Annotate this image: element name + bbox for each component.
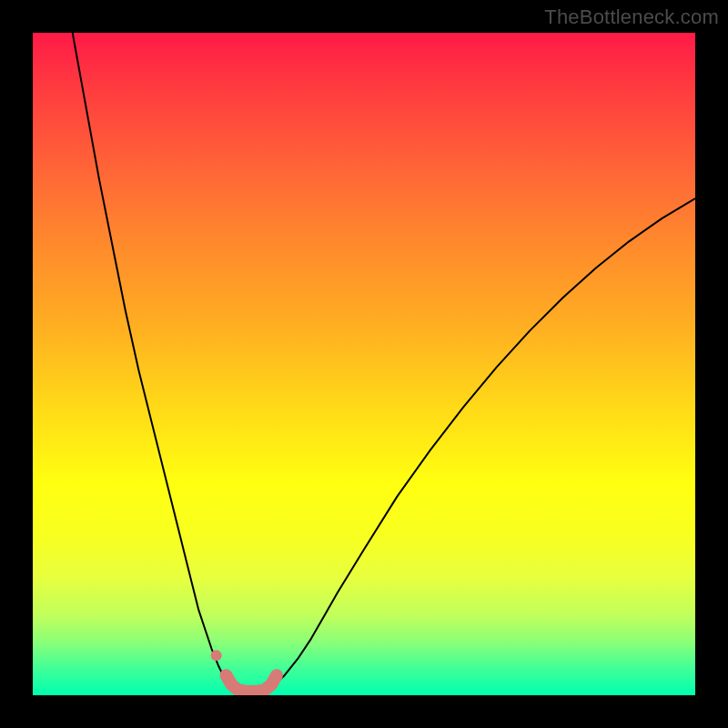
chart-frame: TheBottleneck.com	[0, 0, 728, 728]
plot-area	[33, 33, 695, 695]
series-curve-left	[73, 33, 232, 687]
series-marker-band	[227, 675, 277, 691]
watermark-text: TheBottleneck.com	[544, 5, 719, 29]
chart-svg	[33, 33, 695, 695]
series-curve-right	[271, 198, 695, 687]
series-marker-dot-left	[211, 650, 222, 661]
